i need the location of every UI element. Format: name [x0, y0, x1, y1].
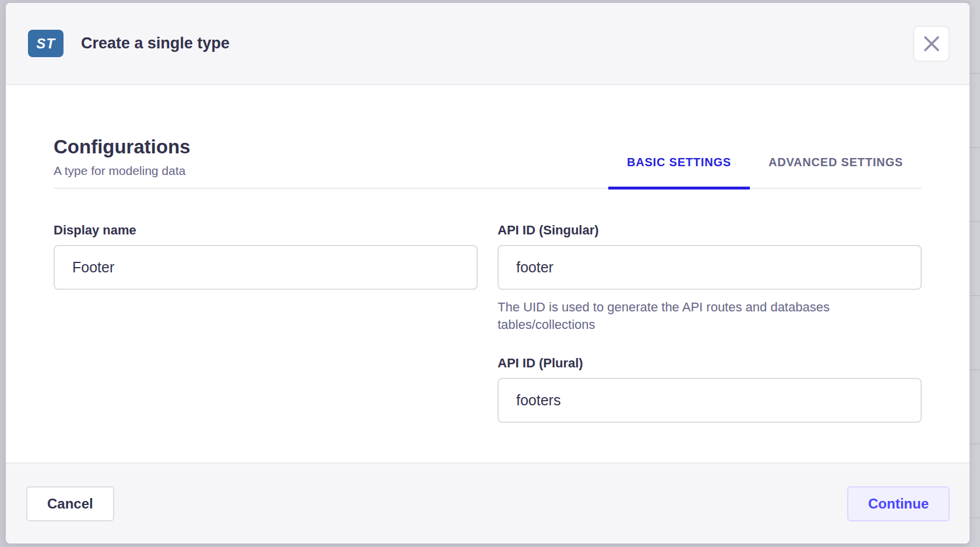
close-button[interactable] — [913, 26, 950, 62]
continue-button[interactable]: Continue — [847, 486, 950, 521]
configuration-form: Display name API ID (Singular) The UID i… — [54, 223, 922, 423]
display-name-field-group: Display name — [54, 223, 478, 290]
section-subtitle: A type for modeling data — [54, 163, 191, 178]
api-id-plural-input[interactable] — [498, 378, 922, 423]
modal-body: Configurations A type for modeling data … — [6, 85, 970, 462]
cancel-button[interactable]: Cancel — [26, 486, 114, 521]
dimmed-page-behind — [970, 0, 980, 547]
api-id-singular-field-group: API ID (Singular) The UID is used to gen… — [498, 223, 922, 334]
section-titles: Configurations A type for modeling data — [54, 135, 191, 188]
modal-header: ST Create a single type — [6, 3, 970, 85]
api-id-plural-field-group: API ID (Plural) — [498, 356, 922, 423]
create-single-type-modal: ST Create a single type Configurations A… — [6, 3, 970, 544]
form-column-right: API ID (Singular) The UID is used to gen… — [498, 223, 922, 423]
modal-footer: Cancel Continue — [6, 462, 970, 544]
tab-basic-settings[interactable]: BASIC SETTINGS — [608, 156, 750, 190]
section-title: Configurations — [54, 135, 191, 159]
close-icon — [923, 35, 940, 52]
settings-tabs: BASIC SETTINGS ADVANCED SETTINGS — [608, 156, 922, 188]
display-name-input[interactable] — [54, 245, 478, 290]
api-id-plural-label: API ID (Plural) — [498, 356, 922, 371]
section-header: Configurations A type for modeling data … — [54, 135, 922, 189]
api-id-singular-input[interactable] — [498, 245, 922, 290]
single-type-badge-icon: ST — [28, 30, 64, 57]
modal-title: Create a single type — [81, 34, 230, 52]
api-id-singular-label: API ID (Singular) — [498, 223, 922, 238]
display-name-label: Display name — [54, 223, 478, 238]
tab-advanced-settings[interactable]: ADVANCED SETTINGS — [750, 156, 922, 190]
form-column-left: Display name — [54, 223, 478, 423]
api-id-singular-hint: The UID is used to generate the API rout… — [498, 299, 882, 334]
